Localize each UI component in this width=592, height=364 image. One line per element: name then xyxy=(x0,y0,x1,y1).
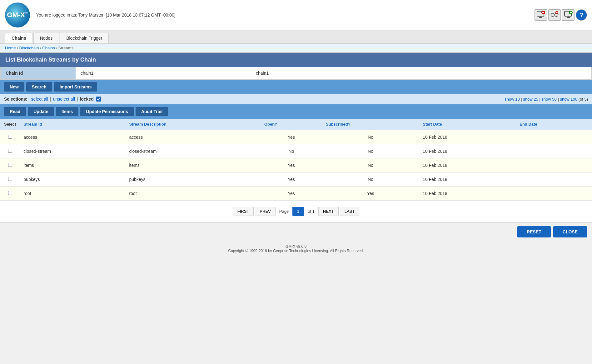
row-checkbox-0[interactable] xyxy=(8,135,12,139)
unselect-all-link[interactable]: unselect all xyxy=(53,97,75,102)
first-button[interactable]: FIRST xyxy=(233,207,254,216)
col-start-date: Start Date xyxy=(419,119,516,130)
toolbar: New Search Import Streams xyxy=(0,80,592,94)
close-button[interactable]: CLOSE xyxy=(553,226,587,237)
row-stream-id: pubkeys xyxy=(20,172,125,187)
table-row: pubkeys pubkeys Yes No 10 Feb 2018 xyxy=(0,172,592,187)
logo-tm: ™ xyxy=(25,12,28,15)
col-description: Stream Description xyxy=(125,119,261,130)
row-checkbox-4[interactable] xyxy=(8,191,12,195)
help-button[interactable]: ? xyxy=(576,9,587,21)
select-all-link[interactable]: select all xyxy=(31,97,48,102)
table-row: access access Yes No 10 Feb 2018 xyxy=(0,130,592,144)
row-open: No xyxy=(261,144,322,158)
show-50[interactable]: show 50 xyxy=(541,97,556,102)
streams-table: Select Stream Id Stream Description Open… xyxy=(0,119,592,201)
tab-chains[interactable]: Chains xyxy=(5,33,33,43)
search-button[interactable]: Search xyxy=(26,82,52,92)
show-10[interactable]: show 10 xyxy=(505,97,520,102)
header-icons: ? xyxy=(535,9,587,21)
breadcrumb-blockchain[interactable]: Blockchain xyxy=(19,46,39,50)
breadcrumb-home[interactable]: Home xyxy=(5,46,16,50)
new-button[interactable]: New xyxy=(4,82,24,92)
chain-id-row: Chain Id chain1 chain1 xyxy=(0,67,592,80)
col-open: Open? xyxy=(261,119,322,130)
row-description: pubkeys xyxy=(125,172,261,187)
tab-nodes[interactable]: Nodes xyxy=(33,33,59,43)
row-end-date xyxy=(516,158,592,172)
show-25[interactable]: show 25 xyxy=(523,97,538,102)
monitor-minus-icon xyxy=(536,11,545,20)
row-subscribed: No xyxy=(322,130,419,144)
col-end-date: End Date xyxy=(516,119,592,130)
update-permissions-button[interactable]: Update Permissions xyxy=(80,107,134,116)
row-open: Yes xyxy=(261,158,322,172)
audit-trail-button[interactable]: Audit Trail xyxy=(136,107,168,116)
header: GM-X™ You are logged in as: Tony Marston… xyxy=(0,0,592,30)
row-open: Yes xyxy=(261,172,322,187)
row-checkbox-cell xyxy=(0,187,20,201)
col-stream-id: Stream Id xyxy=(20,119,125,130)
row-stream-id: root xyxy=(20,187,125,201)
row-start-date: 10 Feb 2018 xyxy=(419,130,516,144)
row-start-date: 10 Feb 2018 xyxy=(419,144,516,158)
chain-id-value1: chain1 xyxy=(76,67,251,79)
row-open: Yes xyxy=(261,130,322,144)
row-subscribed: No xyxy=(322,158,419,172)
import-streams-button[interactable]: Import Streams xyxy=(54,82,97,92)
row-description: closed-stream xyxy=(125,144,261,158)
of-label: of 1 xyxy=(305,207,317,216)
app-footer: GM-X v8.0.0 Copyright © 1999-2018 by Geo… xyxy=(0,241,592,256)
table-row: root root Yes Yes 10 Feb 2018 xyxy=(0,187,592,201)
help-icon: ? xyxy=(580,12,583,19)
section-title: List Blockchain Streams by Chain xyxy=(5,57,96,63)
main-content: List Blockchain Streams by Chain Chain I… xyxy=(0,52,592,222)
footer-buttons: RESET CLOSE xyxy=(0,222,592,241)
items-button[interactable]: Items xyxy=(56,107,79,116)
svg-point-5 xyxy=(551,13,555,17)
table-row: closed-stream closed-stream No No 10 Feb… xyxy=(0,144,592,158)
row-checkbox-2[interactable] xyxy=(8,163,12,167)
col-subscribed: Subscribed? xyxy=(322,119,419,130)
locked-label: locked xyxy=(80,97,93,102)
row-subscribed: Yes xyxy=(322,187,419,201)
row-end-date xyxy=(516,187,592,201)
current-page-button[interactable]: 1 xyxy=(292,207,304,216)
glasses-minus-icon xyxy=(550,11,559,20)
row-checkbox-cell xyxy=(0,130,20,144)
add-window-button[interactable] xyxy=(562,9,575,21)
logo: GM-X™ xyxy=(5,2,30,27)
row-checkbox-cell xyxy=(0,172,20,187)
row-checkbox-3[interactable] xyxy=(8,177,12,181)
row-checkbox-1[interactable] xyxy=(8,149,12,153)
action-bar: Read Update Items Update Permissions Aud… xyxy=(0,104,592,119)
reset-button[interactable]: RESET xyxy=(517,226,551,237)
col-select: Select xyxy=(0,119,20,130)
app-version: GM-X v8.0.0 xyxy=(3,244,589,249)
row-start-date: 10 Feb 2018 xyxy=(419,158,516,172)
update-button[interactable]: Update xyxy=(28,107,54,116)
read-button[interactable]: Read xyxy=(4,107,26,116)
row-stream-id: closed-stream xyxy=(20,144,125,158)
section-header: List Blockchain Streams by Chain xyxy=(0,53,592,67)
row-start-date: 10 Feb 2018 xyxy=(419,172,516,187)
row-subscribed: No xyxy=(322,172,419,187)
view-button[interactable] xyxy=(548,9,561,21)
logo-gmx: GM-X xyxy=(7,11,25,19)
remove-window-button[interactable] xyxy=(535,9,547,21)
next-button[interactable]: NEXT xyxy=(318,207,339,216)
row-start-date: 10 Feb 2018 xyxy=(419,187,516,201)
breadcrumb-chains[interactable]: Chains xyxy=(42,46,55,50)
tab-blockchain-trigger[interactable]: Blockchain Trigger xyxy=(60,33,109,43)
chain-id-label: Chain Id xyxy=(1,67,76,79)
locked-checkbox[interactable] xyxy=(96,97,101,102)
breadcrumb: Home / Blockchain / Chains / Streams xyxy=(0,44,592,52)
show-100[interactable]: show 100 xyxy=(560,97,577,102)
show-options: show 10 | show 25 | show 50 | show 100 (… xyxy=(505,97,588,102)
row-description: root xyxy=(125,187,261,201)
row-end-date xyxy=(516,144,592,158)
tabs-bar: Chains Nodes Blockchain Trigger xyxy=(0,30,592,44)
last-button[interactable]: LAST xyxy=(340,207,360,216)
prev-button[interactable]: PREV xyxy=(255,207,275,216)
selections-bar: Selections: select all | unselect all | … xyxy=(0,94,592,104)
